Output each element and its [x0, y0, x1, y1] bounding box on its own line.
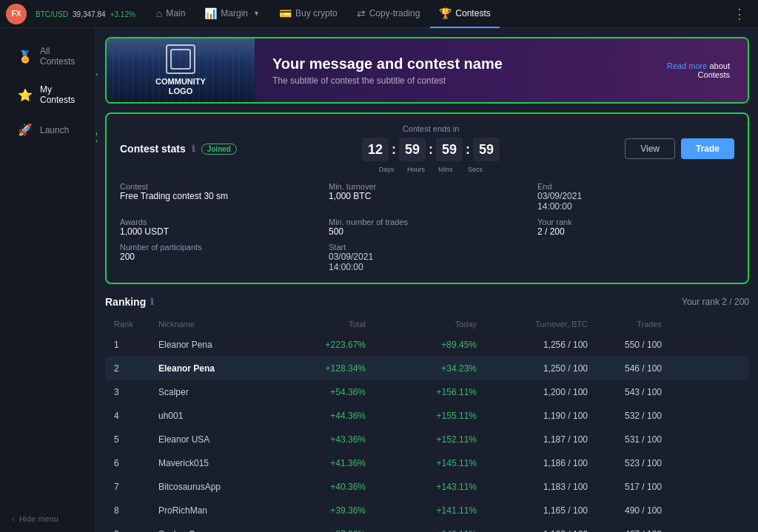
rank-cell: 9 [114, 529, 158, 532]
total-cell: +37.36% [277, 529, 366, 532]
logo-box [166, 44, 195, 74]
nav-copy-trading[interactable]: ⇄ Copy-trading [348, 0, 429, 28]
card-icon: 💳 [279, 7, 292, 19]
contest-banner: COMMUNITY LOGO Your message and contest … [105, 37, 749, 104]
logo-text: COMMUNITY LOGO [155, 77, 206, 96]
ranking-rows: 1 Eleanor Pena +223.67% +89.45% 1,256 / … [105, 333, 749, 532]
stat-your-rank-row: Your rank 2 / 200 [537, 218, 734, 237]
total-cell: +44.36% [277, 411, 366, 421]
today-cell: +155.11% [366, 411, 477, 421]
nav-contests[interactable]: 🏆 Contests [430, 0, 499, 28]
table-row[interactable]: 7 BitcosaurusApp +40.36% +143.11% 1,183 … [105, 475, 749, 499]
nav-main[interactable]: ⌂ Main [147, 0, 194, 28]
table-row[interactable]: 9 ScalperOne +37.36% +140.11% 1,160 / 10… [105, 522, 749, 532]
table-row[interactable]: 6 Maverick015 +41.36% +145.11% 1,186 / 1… [105, 451, 749, 475]
trades-cell: 543 / 100 [588, 387, 662, 397]
col-total-header: Total [277, 320, 366, 329]
table-row[interactable]: 2 Eleanor Pena +128.34% +34.23% 1,250 / … [105, 357, 749, 380]
trades-cell: 467 / 100 [588, 529, 662, 532]
stat-contest-label-row: Contest Free Trading contest 30 sm [120, 182, 317, 212]
table-row[interactable]: 8 ProRichMan +39.36% +141.11% 1,165 / 10… [105, 499, 749, 522]
section-1-number: 1 [96, 61, 98, 80]
nickname-cell: Eleanor Pena [158, 340, 277, 350]
table-row[interactable]: 3 Scalper +54.36% +156.11% 1,200 / 100 5… [105, 380, 749, 404]
trades-cell: 490 / 100 [588, 505, 662, 516]
timer-colon-3: : [466, 142, 470, 158]
nickname-cell: ScalperOne [158, 529, 277, 532]
nickname-cell: Eleanor USA [158, 434, 277, 445]
table-row[interactable]: 4 uh001 +44.36% +155.11% 1,190 / 100 532… [105, 404, 749, 428]
stat-participants-row: Number of participants 200 [120, 243, 317, 272]
stats-actions: View Trade [625, 138, 734, 159]
sidebar-item-launch[interactable]: 🚀 Launch [6, 115, 90, 144]
sidebar-item-my-contests[interactable]: ⭐ My Contests [6, 77, 90, 112]
chevron-left-icon: ‹ [12, 514, 15, 523]
nav-buy-crypto[interactable]: 💳 Buy crypto [270, 0, 346, 28]
total-cell: +128.34% [277, 363, 366, 374]
hide-menu-label: Hide menu [19, 514, 58, 523]
banner-subtitle: The subtitle of contest the subtitle of … [272, 75, 503, 86]
sidebar-item-all-contests[interactable]: 🏅 All Contests [6, 38, 90, 74]
timer-unit-labels: Days Hours Mins Secs [373, 166, 489, 173]
more-menu-icon[interactable]: ⋮ [727, 6, 752, 22]
logo-inner [170, 49, 191, 70]
main-content: 1 COMMUNITY LOGO [96, 28, 758, 532]
info-icon: ℹ [192, 144, 195, 154]
sidebar-item-my-contests-label: My Contests [40, 84, 78, 105]
rank-cell: 6 [114, 458, 158, 468]
nav-contests-label: Contests [455, 8, 490, 18]
timer-label: Contest ends in [403, 124, 459, 133]
nav-margin[interactable]: 📊 Margin ▼ [195, 0, 269, 28]
turnover-cell: 1,190 / 100 [477, 411, 588, 421]
ranking-title: Ranking ℹ [105, 296, 154, 308]
view-button[interactable]: View [625, 138, 675, 159]
trade-button[interactable]: Trade [681, 138, 734, 159]
today-cell: +152.11% [366, 434, 477, 445]
turnover-cell: 1,165 / 100 [477, 505, 588, 516]
timer-section: Contest ends in 12 : 59 : 59 : 59 Days [362, 124, 500, 173]
ranking-info-icon: ℹ [150, 297, 154, 307]
nickname-cell: Eleanor Pena [158, 363, 277, 374]
stat-min-turnover-row: Min. turnover 1,000 BTC [329, 182, 526, 212]
nav-buy-crypto-label: Buy crypto [295, 8, 338, 18]
joined-badge: Joined [201, 144, 237, 155]
chart-icon: 📊 [204, 7, 217, 19]
rocket-icon: 🚀 [18, 123, 33, 137]
table-header: Rank Nickname Total Today Turnover, BTC … [105, 315, 749, 333]
stat-start-row: Start 03/09/2021 14:00:00 [329, 243, 526, 272]
turnover-cell: 1,200 / 100 [477, 387, 588, 397]
price-display: BTC/USD 39,347.84 +3.12% [36, 10, 135, 18]
chevron-down-icon: ▼ [253, 10, 260, 17]
home-icon: ⌂ [156, 7, 162, 19]
copy-icon: ⇄ [357, 7, 366, 19]
hide-menu-button[interactable]: ‹ Hide menu [0, 505, 95, 532]
col-rank-header: Rank [114, 320, 158, 329]
today-cell: +156.11% [366, 387, 477, 397]
timer-colon-1: : [392, 142, 396, 158]
main-layout: 🏅 All Contests ⭐ My Contests 🚀 Launch ‹ … [0, 28, 758, 532]
medal-icon: 🏅 [18, 50, 33, 64]
trades-cell: 546 / 100 [588, 363, 662, 374]
today-cell: +145.11% [366, 458, 477, 468]
turnover-cell: 1,183 / 100 [477, 482, 588, 492]
app-logo[interactable]: FX [6, 4, 27, 24]
today-cell: +143.11% [366, 482, 477, 492]
total-cell: +40.36% [277, 482, 366, 492]
today-cell: +141.11% [366, 505, 477, 516]
banner-read-more[interactable]: Read more about Contests [667, 61, 730, 79]
nickname-cell: Maverick015 [158, 458, 277, 468]
nav-items: ⌂ Main 📊 Margin ▼ 💳 Buy crypto ⇄ Copy-tr… [147, 0, 727, 28]
timer-mins-label: Mins [432, 166, 459, 173]
timer-days-label: Days [373, 166, 400, 173]
total-cell: +41.36% [277, 458, 366, 468]
sidebar-item-all-contests-label: All Contests [40, 46, 78, 67]
sidebar-item-launch-label: Launch [40, 125, 69, 135]
timer-secs: 59 [473, 138, 500, 161]
top-navigation: FX BTC/USD 39,347.84 +3.12% ⌂ Main 📊 Mar… [0, 0, 758, 28]
nickname-cell: uh001 [158, 411, 277, 421]
contest-stats-card: Contest stats ℹ Joined Contest ends in 1… [105, 112, 749, 284]
banner-image: COMMUNITY LOGO [107, 38, 255, 102]
table-row[interactable]: 5 Eleanor USA +43.36% +152.11% 1,187 / 1… [105, 428, 749, 451]
table-row[interactable]: 1 Eleanor Pena +223.67% +89.45% 1,256 / … [105, 333, 749, 357]
ranking-section: Ranking ℹ Your rank 2 / 200 Rank Nicknam… [105, 296, 749, 532]
